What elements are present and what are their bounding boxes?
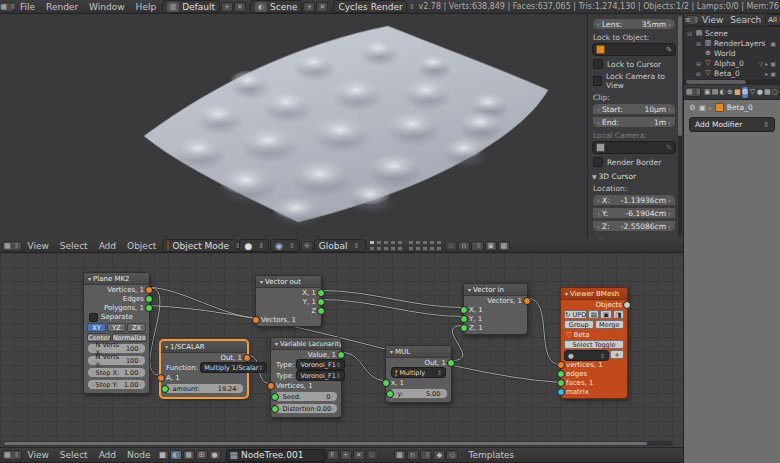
render-opengl-icon[interactable]: ▣: [485, 241, 497, 251]
unlink-tree-button[interactable]: ✕: [353, 450, 365, 460]
step-x-field[interactable]: Step X:1.00: [87, 367, 146, 378]
lock-to-object-field[interactable]: ✎: [592, 43, 676, 56]
socket-out[interactable]: [447, 359, 455, 367]
editor-type-icon[interactable]: ≡: [686, 15, 698, 25]
delete-layout-button[interactable]: ✕: [234, 2, 246, 12]
render-opengl-anim-icon[interactable]: ▩: [498, 241, 510, 251]
menu-select[interactable]: Select: [55, 240, 93, 252]
menu-search[interactable]: Search: [727, 14, 764, 26]
snap-magnet-icon[interactable]: ∩: [458, 241, 470, 251]
function-dropdown[interactable]: Multiply 1/Scalar: [200, 362, 267, 373]
mode-selector[interactable]: Object Mode: [162, 239, 238, 252]
node-editor-hscrollbar[interactable]: [3, 441, 673, 446]
socket-y-out[interactable]: [317, 298, 325, 306]
socket-vectors-out[interactable]: [523, 297, 531, 305]
tree-type-texture-icon[interactable]: ▦: [183, 450, 195, 460]
socket-distortion-in[interactable]: [271, 405, 279, 413]
add-scene-button[interactable]: +: [303, 2, 315, 12]
node-editor-canvas[interactable]: Plane MK2 Vertices, 1 Edges Polygons, 1 …: [0, 253, 683, 447]
socket-matrix-in[interactable]: [557, 388, 565, 396]
node-header[interactable]: Viewer BMesh: [561, 288, 627, 300]
select-toggle-button[interactable]: Select Toggle: [564, 340, 624, 349]
tree-type-shader-icon[interactable]: ■: [157, 450, 169, 460]
merge-button[interactable]: Merge: [595, 320, 625, 329]
axis-xy-button[interactable]: XY: [87, 323, 106, 332]
fake-user-button[interactable]: F: [327, 450, 339, 460]
cursor-panel-header[interactable]: 3D Cursor: [592, 172, 676, 181]
node-vector-in[interactable]: Vector in Vectors, 1 X, 1 Y, 1 Z, 1: [463, 283, 528, 335]
screen-layout-selector[interactable]: ▥ Default: [162, 0, 220, 13]
layers-widget-group1[interactable]: [369, 240, 403, 251]
socket-x-in[interactable]: [382, 379, 390, 387]
scrollbar-thumb[interactable]: [686, 80, 746, 84]
selectable-icon[interactable]: ▸: [765, 70, 768, 77]
node-scalar[interactable]: 1/SCALAR Out, 1 Function: Multiply 1/Sca…: [160, 340, 248, 398]
add-modifier-dropdown[interactable]: Add Modifier: [689, 117, 775, 132]
y-field[interactable]: y:5.00: [389, 388, 448, 399]
editor-type-icon[interactable]: ▦: [2, 2, 14, 12]
axis-yz-button[interactable]: YZ: [107, 323, 126, 332]
render-engine-selector[interactable]: Cycles Render: [333, 0, 407, 13]
tab-scene[interactable]: ◐: [719, 87, 725, 98]
lock-camera-row[interactable]: Lock Camera to View: [593, 72, 676, 90]
pivot-point-selector[interactable]: ◉: [270, 239, 300, 252]
socket-edges-in[interactable]: [557, 370, 565, 378]
lens-field[interactable]: Lens: 35mm: [592, 18, 676, 30]
editor-type-icon[interactable]: ▤: [686, 87, 701, 97]
tab-world[interactable]: ⊕: [727, 87, 733, 98]
render-restrict-icon[interactable]: ▣: [770, 40, 776, 47]
socket-z-out[interactable]: [317, 307, 325, 315]
n-panel-scrollbar-thumb[interactable]: [678, 16, 682, 136]
render-restrict-icon[interactable]: ▣: [770, 60, 776, 67]
new-tree-button[interactable]: +: [340, 450, 352, 460]
tab-render[interactable]: ▣: [704, 87, 711, 98]
menu-view[interactable]: View: [23, 240, 54, 252]
node-header[interactable]: MUL: [386, 346, 451, 358]
tab-physics[interactable]: ○: [772, 87, 778, 98]
socket-x-out[interactable]: [317, 289, 325, 297]
socket-vertices-in[interactable]: [557, 361, 565, 369]
lock-camera-checkbox[interactable]: [593, 76, 602, 86]
expand-icon[interactable]: ⊞: [695, 40, 702, 47]
layers-widget-group2[interactable]: [408, 240, 442, 251]
auto-render-icon[interactable]: ▩: [394, 450, 406, 460]
lock-to-cursor-row[interactable]: Lock to Cursor: [593, 59, 676, 69]
socket-y-in[interactable]: [460, 315, 468, 323]
snap-magnet-icon[interactable]: ∩: [407, 450, 419, 460]
amount-field[interactable]: amount:19.24: [164, 383, 244, 394]
tab-texture[interactable]: ▦: [764, 87, 771, 98]
menu-select[interactable]: Select: [55, 449, 93, 461]
tab-object[interactable]: ■: [734, 87, 741, 98]
clip-end-field[interactable]: End: 1m: [592, 116, 676, 128]
tab-render-layers[interactable]: ▤: [712, 87, 719, 98]
tab-material[interactable]: ●: [757, 87, 763, 98]
menu-help[interactable]: Help: [131, 1, 162, 13]
scene-selector[interactable]: ◐ Scene: [250, 0, 302, 13]
node-viewer-bmesh[interactable]: Viewer BMesh Objects ↻ UPD ▤ ▣ ◨ Group M…: [560, 287, 628, 399]
terrain-mesh[interactable]: [130, 18, 590, 236]
tab-modifiers[interactable]: ⚙: [742, 87, 748, 98]
socket-vectors-in[interactable]: [252, 316, 260, 324]
delete-scene-button[interactable]: ✕: [316, 2, 328, 12]
group-button[interactable]: Group: [564, 320, 594, 329]
node-plane-mk2[interactable]: Plane MK2 Vertices, 1 Edges Polygons, 1 …: [83, 272, 150, 394]
node-mul[interactable]: MUL Out, 1 ƒ Multiply x, 1 y:5.00: [385, 345, 452, 403]
socket-a-in[interactable]: [157, 374, 165, 382]
expand-icon[interactable]: ⊞: [695, 60, 702, 67]
render-border-checkbox[interactable]: [593, 157, 603, 167]
cursor-z-field[interactable]: Z: -2.55086cm: [592, 220, 676, 232]
transform-orientation-selector[interactable]: Global: [314, 239, 366, 252]
type1-dropdown[interactable]: Voronoi_F1: [296, 359, 344, 370]
menu-object[interactable]: Object: [122, 240, 161, 252]
socket-vertices-in[interactable]: [267, 382, 275, 390]
outliner-row-world[interactable]: ⊕ World: [686, 48, 778, 58]
node-header[interactable]: Vector in: [464, 284, 527, 296]
select-icon-button[interactable]: ▣: [600, 310, 611, 319]
snap-element-selector[interactable]: [420, 450, 433, 460]
menu-node[interactable]: Node: [122, 449, 156, 461]
hide-icon[interactable]: ▽: [759, 60, 764, 67]
lock-to-cursor-checkbox[interactable]: [593, 59, 603, 69]
node-tree-name-field[interactable]: ▦ NodeTree.001: [226, 449, 326, 462]
add-layout-button[interactable]: +: [221, 2, 233, 12]
tree-type-compositing-icon[interactable]: ◐: [170, 450, 182, 460]
